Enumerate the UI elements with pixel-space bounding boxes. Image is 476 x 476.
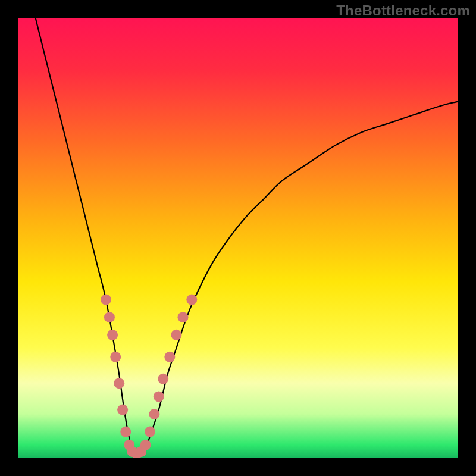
highlight-dot xyxy=(107,330,118,340)
curve-overlay xyxy=(18,18,458,458)
highlight-dot xyxy=(171,330,181,340)
highlight-dot xyxy=(101,295,111,305)
highlight-dot xyxy=(178,312,189,322)
highlight-dot xyxy=(110,352,121,362)
highlight-dot xyxy=(114,378,124,389)
highlight-dot xyxy=(145,427,155,437)
highlight-dot xyxy=(158,374,168,384)
highlight-dot xyxy=(186,295,197,305)
highlight-dot xyxy=(154,391,164,402)
highlight-dot xyxy=(120,427,131,437)
highlight-dot xyxy=(164,352,175,362)
highlight-dot xyxy=(140,440,151,450)
plot-area xyxy=(18,18,458,458)
highlight-dot xyxy=(117,405,128,415)
highlight-dot xyxy=(104,312,115,322)
highlight-dots-group xyxy=(101,295,197,458)
bottleneck-curve xyxy=(36,18,458,455)
chart-frame: TheBottleneck.com xyxy=(0,0,476,476)
watermark-text: TheBottleneck.com xyxy=(336,2,470,19)
highlight-dot xyxy=(149,409,159,419)
